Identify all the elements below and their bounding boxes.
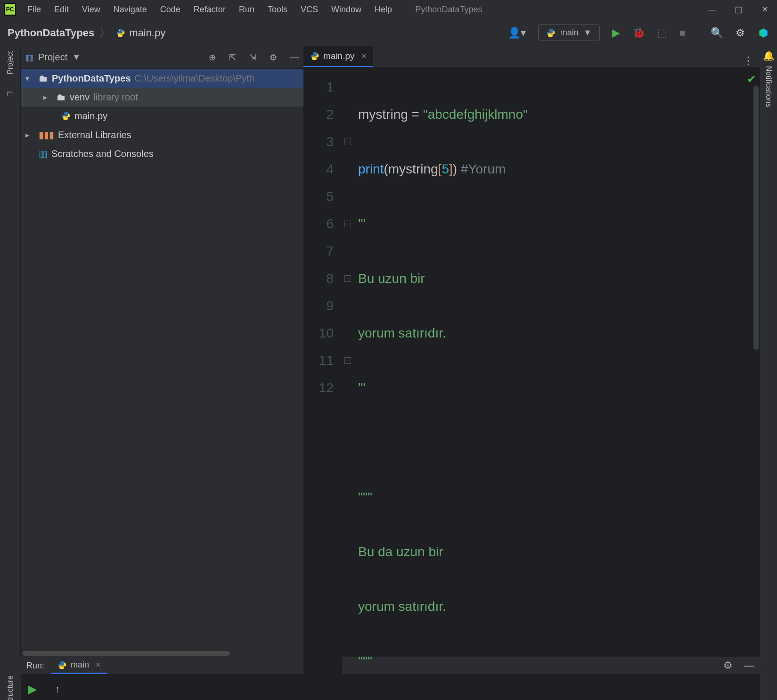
tree-file-label: main.py [74,111,107,122]
run-config-selector[interactable]: main ▼ [538,25,600,41]
right-tool-gutter: 🔔 Notifications [760,46,777,657]
tab-close-icon[interactable]: × [361,51,367,61]
tree-ext-label: External Libraries [58,130,131,140]
folder-icon: 🖿 [39,73,48,84]
project-header-actions: ⊕ ⇱ ⇲ ⚙ — [209,52,299,63]
run-config-label: main [560,28,579,38]
breadcrumb-file-label: main.py [129,27,165,39]
svg-point-1 [122,35,123,36]
python-icon [116,28,125,38]
scratches-icon: ▥ [39,148,48,159]
editor-tab[interactable]: main.py × [303,46,373,67]
up-icon[interactable]: ↑ [49,681,66,698]
ide-logo-icon[interactable] [757,27,769,39]
tree-ext-libs[interactable]: ▸ ▮▮▮ External Libraries [21,125,303,144]
minimize-icon[interactable]: — [708,6,716,13]
project-hscroll[interactable] [21,650,303,657]
tree-venv-label: venv [70,92,90,103]
tree-mainpy[interactable]: main.py [21,107,303,125]
menu-code[interactable]: Code [160,5,180,15]
tree-root[interactable]: ▾ 🖿 PythonDataTypes C:\Users\yilma\Deskt… [21,69,303,88]
inspection-check[interactable]: ✔ [747,73,756,86]
fold-icon[interactable]: − [344,221,351,227]
folder-icon[interactable]: 🗀 [6,89,15,99]
run-title: Run: [26,661,44,671]
close-icon[interactable]: ✕ [761,6,769,13]
menu-run[interactable]: Run [239,5,254,15]
menu-view[interactable]: View [82,5,100,15]
editor-area: main.py × ⋮ 123456789101112 − − − − myst… [303,46,760,657]
expand-icon[interactable]: ⇱ [229,52,236,63]
run-tab-label: main [71,660,89,670]
python-icon [546,28,556,38]
fold-icon[interactable]: − [344,275,351,282]
tree-scratch-label: Scratches and Consoles [51,148,154,159]
breadcrumb-project[interactable]: PythonDataTypes [8,27,94,39]
settings-icon[interactable]: ⚙ [736,27,745,39]
menu-tools[interactable]: Tools [268,5,287,15]
editor-tab-label: main.py [323,51,355,61]
gear-icon[interactable]: ⚙ [270,52,277,63]
search-icon[interactable]: 🔍 [711,27,723,39]
run-process-actions: ▶ 🔧 ■ ⊟ 📌 [21,674,44,700]
breadcrumb-file[interactable]: main.py [116,27,165,39]
line-numbers: 123456789101112 [303,67,342,700]
fold-icon[interactable]: − [344,139,351,145]
menu-help[interactable]: Help [375,5,392,15]
run-button[interactable]: ▶ [612,27,620,39]
menu-window[interactable]: Window [331,5,361,15]
tree-scratches[interactable]: ▥ Scratches and Consoles [21,144,303,163]
editor-body[interactable]: 123456789101112 − − − − mystring = "abcd… [303,67,760,700]
tab-overflow-icon[interactable]: ⋮ [743,55,760,67]
main-area: Project 🗀 ▥ Project ▼ ⊕ ⇱ ⇲ ⚙ — ▾ 🖿 Pyth… [0,46,777,657]
run-console-actions: ↑ ↓ ⤶ ⤓ 🖶 🗑 [44,674,71,700]
chevron-right-icon: ▸ [43,93,53,102]
maximize-icon[interactable]: ▢ [735,6,742,13]
coverage-button[interactable]: ⬚ [657,27,667,39]
menu-file[interactable]: File [27,5,41,15]
fold-gutter: − − − − [342,67,353,700]
tree-venv-hint: library root [93,92,138,103]
collapse-icon[interactable]: ⇲ [249,52,256,63]
debug-button[interactable]: 🐞 [632,27,645,39]
window-title: PythonDataTypes [415,5,482,15]
project-title-label: Project [38,52,67,63]
nav-right: 👤▾ main ▼ ▶ 🐞 ⬚ ■ 🔍 ⚙ [508,25,769,41]
fold-icon[interactable]: − [344,357,351,364]
chevron-down-icon: ▼ [583,28,592,38]
rerun-icon[interactable]: ▶ [28,683,37,696]
editor-vscroll[interactable] [753,86,759,350]
menu-vcs[interactable]: VCS [301,5,318,15]
breadcrumb-sep: 〉 [99,25,111,41]
left-tool-col: Structure ⊟ Bookmarks ◧ [0,657,21,700]
stop-button[interactable]: ■ [679,27,686,39]
left-tool-gutter: Project 🗀 [0,46,21,657]
tree-venv[interactable]: ▸ 🖿 venv library root [21,88,303,107]
menu-edit[interactable]: Edit [54,5,69,15]
user-icon[interactable]: 👤▾ [508,27,526,39]
hide-icon[interactable]: — [290,52,299,63]
tree-root-label: PythonDataTypes [52,73,131,84]
folder-icon: 🖿 [57,92,66,103]
right-gutter-spacer [760,657,777,700]
run-tab-close-icon[interactable]: × [96,660,101,670]
svg-point-0 [119,30,120,31]
notifications-button[interactable]: Notifications [764,66,773,107]
notification-icon[interactable]: 🔔 [763,50,775,61]
project-header-title[interactable]: ▥ Project ▼ [25,52,204,63]
python-icon [57,660,67,670]
libraries-icon: ▮▮▮ [39,129,54,140]
chevron-down-icon: ▼ [72,52,81,62]
menu-navigate[interactable]: Navigate [114,5,147,15]
project-tool-button[interactable]: Project [6,51,15,74]
chevron-right-icon: ▸ [25,131,35,140]
project-panel: ▥ Project ▼ ⊕ ⇱ ⇲ ⚙ — ▾ 🖿 PythonDataType… [21,46,303,657]
menu-refactor[interactable]: Refactor [194,5,226,15]
project-header: ▥ Project ▼ ⊕ ⇱ ⇲ ⚙ — [21,46,303,69]
tree-root-path: C:\Users\yilma\Desktop\Pyth [134,73,254,84]
locate-icon[interactable]: ⊕ [209,52,216,63]
code-area[interactable]: mystring = "abcdefghijklmno" print(mystr… [353,67,760,700]
menu-bar: File Edit View Navigate Code Refactor Ru… [27,5,708,15]
structure-tool-button[interactable]: Structure [6,675,15,700]
run-tab[interactable]: main × [51,657,107,674]
